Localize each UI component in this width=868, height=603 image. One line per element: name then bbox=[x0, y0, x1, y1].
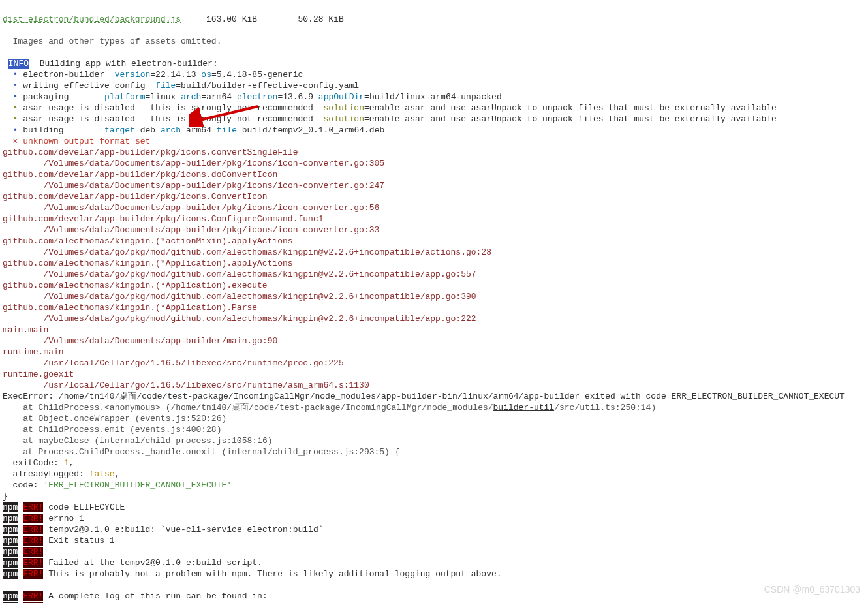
val-plat: linux bbox=[150, 92, 176, 102]
stack-line: /usr/local/Cellar/go/1.16.5/libexec/src/… bbox=[43, 358, 343, 368]
err-badge: ERR! bbox=[23, 536, 43, 546]
already-logged: false bbox=[89, 469, 115, 479]
stack-line: github.com/develar/app-builder/pkg/icons… bbox=[3, 192, 268, 202]
building: building bbox=[23, 125, 104, 135]
stack-line: /Volumes/data/Documents/app-builder/pkg/… bbox=[43, 159, 384, 168]
bullet-icon: • bbox=[13, 92, 18, 102]
npm-line: tempv2@0.1.0 e:build: `vue-cli-service e… bbox=[48, 525, 323, 534]
stack-line: /Volumes/data/go/pkg/mod/github.com/alec… bbox=[43, 314, 476, 324]
stack-line: runtime.goexit bbox=[3, 369, 74, 379]
stack-line: github.com/alecthomas/kingpin.(*Applicat… bbox=[3, 303, 257, 313]
err-badge: ERR! bbox=[23, 569, 43, 579]
val-arch: arm64 bbox=[206, 92, 232, 102]
key-arch: arch bbox=[181, 92, 201, 102]
bullet-icon: • bbox=[13, 125, 18, 135]
file-path: dist_electron/bundled/background.js bbox=[3, 14, 181, 24]
val-sol: enable asar and use asarUnpack to unpack… bbox=[369, 103, 777, 113]
val-elec: 13.6.9 bbox=[283, 92, 313, 102]
bullet-icon: • bbox=[13, 81, 18, 91]
val-app: build/linux-arm64-unpacked bbox=[369, 92, 502, 102]
key-os: os bbox=[201, 70, 211, 80]
err-badge: ERR! bbox=[23, 525, 43, 534]
stack-line: github.com/alecthomas/kingpin.(*Applicat… bbox=[3, 258, 293, 268]
build-start: Building app with electron-builder: bbox=[40, 59, 218, 69]
val-arch2: arm64 bbox=[186, 125, 211, 135]
exit-code: 1 bbox=[64, 458, 69, 468]
npm-badge: npm bbox=[3, 591, 18, 601]
err-badge: ERR! bbox=[23, 558, 43, 568]
npm-badge: npm bbox=[3, 569, 18, 579]
stack-line: /Volumes/data/Documents/app-builder/pkg/… bbox=[43, 203, 379, 213]
val-target: deb bbox=[140, 125, 155, 135]
npm-line: errno 1 bbox=[48, 514, 84, 523]
file-gzip: 50.28 KiB bbox=[298, 14, 344, 24]
npm-line: A complete log of this run can be found … bbox=[48, 591, 267, 601]
stack-line: /Volumes/data/go/pkg/mod/github.com/alec… bbox=[43, 270, 476, 279]
npm-badge: npm bbox=[3, 536, 18, 546]
key-plat: platform bbox=[104, 92, 145, 102]
npm-line: This is probably not a problem with npm.… bbox=[48, 569, 501, 579]
err-badge: ERR! bbox=[23, 591, 43, 601]
bullet-icon: • bbox=[13, 114, 18, 124]
key-sol: solution bbox=[324, 114, 364, 124]
val-file2: build/tempv2_0.1.0_arm64.deb bbox=[242, 125, 384, 135]
npm-badge: npm bbox=[3, 558, 18, 568]
err-badge: ERR! bbox=[23, 547, 43, 557]
packaging: packaging bbox=[23, 92, 104, 102]
js-stack: at maybeClose (internal/child_process.js… bbox=[23, 436, 272, 446]
npm-line: Exit status 1 bbox=[48, 536, 114, 546]
npm-badge: npm bbox=[3, 547, 18, 557]
exit-code-label: exitCode: bbox=[13, 458, 64, 468]
stack-line: /Volumes/data/go/pkg/mod/github.com/alec… bbox=[43, 292, 476, 302]
key-file: file bbox=[155, 81, 176, 91]
val-file: build/builder-effective-config.yaml bbox=[181, 81, 359, 91]
stack-line: /usr/local/Cellar/go/1.16.5/libexec/src/… bbox=[43, 380, 369, 390]
js-stack: at Object.onceWrapper (events.js:520:26) bbox=[23, 414, 226, 424]
val-sol: enable asar and use asarUnpack to unpack… bbox=[369, 114, 777, 124]
key-version: version bbox=[115, 70, 151, 80]
stack-line: github.com/develar/app-builder/pkg/icons… bbox=[3, 214, 323, 224]
js-stack: at Process.ChildProcess._handle.onexit (… bbox=[23, 447, 399, 457]
js-stack: at ChildProcess.emit (events.js:400:28) bbox=[23, 425, 221, 435]
asar-warn-2: asar usage is disabled — this is strongl… bbox=[23, 114, 313, 124]
val-version: 22.14.13 bbox=[155, 70, 196, 80]
info-badge: INFO bbox=[8, 59, 29, 69]
eb-line: electron-builder bbox=[23, 70, 114, 80]
error-x-icon: ⨯ bbox=[13, 136, 18, 146]
js-stack: at ChildProcess.<anonymous> (/home/tn140… bbox=[23, 403, 656, 412]
stack-line: /Volumes/data/Documents/app-builder/pkg/… bbox=[43, 225, 379, 235]
key-file2: file bbox=[217, 125, 237, 135]
file-size: 163.00 KiB bbox=[206, 14, 257, 24]
npm-line: code ELIFECYCLE bbox=[48, 502, 125, 512]
bullet-icon: • bbox=[13, 70, 18, 80]
error-msg: unknown output format set bbox=[23, 136, 150, 146]
npm-line: Failed at the tempv2@0.1.0 e:build scrip… bbox=[48, 558, 262, 568]
stack-line: github.com/alecthomas/kingpin.(*Applicat… bbox=[3, 281, 268, 290]
stack-line: /Volumes/data/Documents/app-builder/pkg/… bbox=[43, 181, 384, 191]
val-os: 5.4.18-85-generic bbox=[217, 70, 303, 80]
stack-line: main.main bbox=[3, 325, 48, 335]
err-badge: ERR! bbox=[23, 514, 43, 523]
asar-warn-1: asar usage is disabled — this is strongl… bbox=[23, 103, 313, 113]
key-sol: solution bbox=[324, 103, 364, 113]
code-val: 'ERR_ELECTRON_BUILDER_CANNOT_EXECUTE' bbox=[43, 480, 232, 490]
key-arch2: arch bbox=[161, 125, 181, 135]
npm-badge: npm bbox=[3, 525, 18, 534]
err-badge: ERR! bbox=[23, 502, 43, 512]
stack-line: /Volumes/data/Documents/app-builder/main… bbox=[43, 336, 277, 346]
npm-badge: npm bbox=[3, 502, 18, 512]
watermark: CSDN @m0_63701303 bbox=[764, 584, 860, 595]
key-target: target bbox=[104, 125, 135, 135]
stack-line: github.com/develar/app-builder/pkg/icons… bbox=[3, 147, 298, 157]
assets-omitted: Images and other types of assets omitted… bbox=[13, 37, 222, 46]
stack-line: /Volumes/data/go/pkg/mod/github.com/alec… bbox=[43, 247, 491, 257]
stack-line: github.com/alecthomas/kingpin.(*actionMi… bbox=[3, 236, 293, 246]
writing-config: writing effective config bbox=[23, 81, 155, 91]
exec-error: ExecError: /home/tn140/桌面/code/test-pack… bbox=[3, 392, 845, 401]
stack-line: runtime.main bbox=[3, 347, 64, 357]
stack-line: github.com/develar/app-builder/pkg/icons… bbox=[3, 170, 277, 179]
bullet-icon: • bbox=[13, 103, 18, 113]
already-logged-label: alreadyLogged: bbox=[13, 469, 89, 479]
key-app: appOutDir bbox=[318, 92, 364, 102]
npm-badge: npm bbox=[3, 514, 18, 523]
